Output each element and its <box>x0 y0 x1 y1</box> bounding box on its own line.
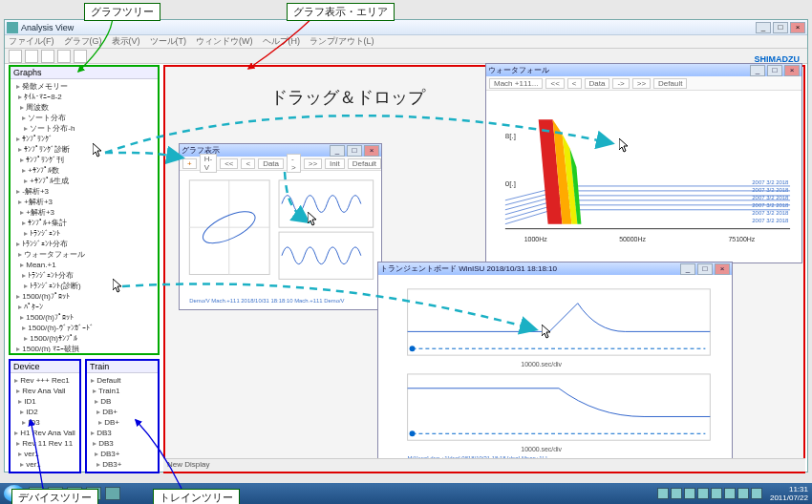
tray-2[interactable] <box>671 488 682 499</box>
tree-item[interactable]: ID1 <box>12 396 77 407</box>
tree-item[interactable]: 1500/(h)ﾌﾟﾛｯﾄ <box>12 312 156 323</box>
tree-item[interactable]: DB+ <box>89 407 156 417</box>
tree-item[interactable]: ver1 <box>12 459 77 470</box>
tree-item[interactable]: ソート分布 <box>12 113 156 123</box>
cw3-min[interactable]: _ <box>680 263 695 275</box>
cw1-btn-default[interactable]: Default <box>348 158 381 169</box>
tb-1[interactable] <box>9 50 22 63</box>
tray-3[interactable] <box>684 488 695 499</box>
tree-item[interactable]: DB+ <box>89 417 156 428</box>
tree-item[interactable]: +解析+3 <box>12 207 156 218</box>
menu-file[interactable]: ファイル(F) <box>9 35 54 48</box>
tree-item[interactable]: ﾄﾗﾝｼﾞｪﾝﾄ(診断) <box>12 281 156 291</box>
device-tree-panel[interactable]: Device Rev +++ Rec1Rev Ana VallID1ID2ID3… <box>9 359 81 473</box>
cw2-rw[interactable]: << <box>545 78 564 89</box>
tree-item[interactable]: 周波数 <box>12 102 156 113</box>
tree-item[interactable]: ﾄﾗﾝｼﾞｪﾝﾄ分布 <box>12 239 156 249</box>
tree-item[interactable]: DB <box>89 396 156 407</box>
device-tree[interactable]: Rev +++ Rec1Rev Ana VallID1ID2ID3H1 Rev … <box>11 373 79 471</box>
menu-window[interactable]: ウィンドウ(W) <box>196 35 253 48</box>
tree-item[interactable]: DB3+ <box>89 459 156 470</box>
tree-item[interactable]: +ｻﾝﾌﾟﾙ生成 <box>12 176 156 186</box>
menubar[interactable]: ファイル(F) グラフ(G) 表示(V) ツール(T) ウィンドウ(W) ヘルプ… <box>5 35 807 49</box>
tree-item[interactable]: 1500/(h)-ｳﾞｧﾝｶﾞｰﾄﾞ <box>12 323 156 333</box>
cw1-btn-plus[interactable]: + <box>182 158 197 169</box>
tree-item[interactable]: ﾄﾗﾝｼﾞｪﾝﾄ <box>12 228 156 239</box>
tree-item[interactable]: Rev 11 Rev 11 <box>12 438 77 449</box>
tree-item[interactable]: 発散メモリー <box>12 81 156 92</box>
tree-item[interactable]: ｻﾝﾌﾟﾘﾝｸﾞ刊 <box>12 155 156 165</box>
tree-item[interactable]: ｻﾝﾌﾟﾘﾝｸﾞ <box>12 134 156 144</box>
menu-help[interactable]: ヘルプ(H) <box>263 35 301 48</box>
cw1-min[interactable]: _ <box>330 145 345 157</box>
cw3-max[interactable]: □ <box>697 263 713 275</box>
cw3-close[interactable]: × <box>715 263 730 275</box>
chart-window-1[interactable]: グラフ表示 _□× + H-V << < Data -> >> Init Def… <box>179 143 382 310</box>
cw1-btn-back[interactable]: < <box>241 158 255 169</box>
menu-lamp[interactable]: ランプ/アウト(L) <box>310 35 374 48</box>
tb-5[interactable] <box>74 50 87 63</box>
tree-item[interactable]: DB3 <box>89 438 156 449</box>
graph-tree[interactable]: 発散メモリーﾀｲﾑ･ﾏﾆｰ8-2周波数ソート分布ソート分布-hｻﾝﾌﾟﾘﾝｸﾞｻ… <box>11 79 158 352</box>
tree-item[interactable]: Rev +++ Rec1 <box>12 375 77 386</box>
tb-2[interactable] <box>25 50 38 63</box>
cw2-default[interactable]: Default <box>653 78 687 89</box>
cw1-close[interactable]: × <box>364 145 379 157</box>
minimize-button[interactable]: _ <box>756 22 771 33</box>
menu-tool[interactable]: ツール(T) <box>150 35 187 48</box>
tree-item[interactable]: Train1 <box>89 386 156 396</box>
close-button[interactable]: × <box>790 22 805 33</box>
cw2-ff[interactable]: >> <box>632 78 651 89</box>
tree-item[interactable]: ID3 <box>12 417 77 428</box>
tree-item[interactable]: ver1 <box>12 470 77 471</box>
cw2-lbl[interactable]: Mach +111... <box>489 78 543 89</box>
train-tree[interactable]: DefaultTrain1DBDB+DB+DB3DB3DB3+DB3+ <box>87 373 158 471</box>
tree-item[interactable]: ｻﾝﾌﾟﾘﾝｸﾞ診断 <box>12 144 156 155</box>
cw2-data[interactable]: Data <box>585 78 610 89</box>
tree-item[interactable]: +ｻﾝﾌﾟﾙ数 <box>12 165 156 176</box>
tree-item[interactable]: Default <box>89 375 156 386</box>
taskbar-icon-5[interactable] <box>105 487 120 500</box>
cw1-btn-ff[interactable]: >> <box>304 158 322 169</box>
tree-item[interactable]: Rev Ana Vall <box>12 386 77 396</box>
chart-window-2[interactable]: ウォータフォール _□× Mach +111... << < Data -> >… <box>485 63 802 263</box>
tab-strip[interactable]: New Display <box>163 458 805 472</box>
tree-item[interactable]: DB3 <box>89 428 156 438</box>
cw2-close[interactable]: × <box>784 65 800 76</box>
cw1-btn-rw[interactable]: << <box>220 158 238 169</box>
tree-item[interactable]: ｻﾝﾌﾟﾙ+集計 <box>12 218 156 228</box>
cw2-back[interactable]: < <box>567 78 582 89</box>
maximize-button[interactable]: □ <box>773 22 788 33</box>
cw1-btn-init[interactable]: Init <box>325 158 345 169</box>
tray-7[interactable] <box>737 488 749 499</box>
chart-window-3[interactable]: トランジェントボード WinISU 2018/10/31 18:18:10 _□… <box>377 262 733 462</box>
tree-item[interactable]: H1 Rev Ana Vall <box>12 428 77 438</box>
graph-display-area[interactable]: ドラッグ＆ドロップ グラフ表示 _□× + H-V << < Data -> >… <box>163 65 805 473</box>
train-tree-panel[interactable]: Train DefaultTrain1DBDB+DB+DB3DB3DB3+DB3… <box>85 359 160 473</box>
menu-view[interactable]: 表示(V) <box>112 35 140 48</box>
tree-item[interactable]: ﾄﾗﾝｼﾞｪﾝﾄ分布 <box>12 270 156 281</box>
tray-1[interactable] <box>657 488 669 499</box>
clock[interactable]: 11:31 2011/07/22 <box>770 485 808 502</box>
cw2-min[interactable]: _ <box>750 65 765 76</box>
tray-8[interactable] <box>751 488 762 499</box>
titlebar[interactable]: Analysis View _ □ × <box>5 20 807 35</box>
tree-item[interactable]: 1500/(h)ﾌﾟﾛｯﾄ <box>12 291 156 302</box>
tree-item[interactable]: -解析+3 <box>12 186 156 197</box>
tree-item[interactable]: DB3+ <box>89 449 156 459</box>
tree-item[interactable]: ソート分布-h <box>12 123 156 134</box>
tray-4[interactable] <box>697 488 709 499</box>
tree-item[interactable]: ID2 <box>12 407 77 417</box>
graph-tree-panel[interactable]: Graphs 発散メモリーﾀｲﾑ･ﾏﾆｰ8-2周波数ソート分布ソート分布-hｻﾝ… <box>9 65 160 355</box>
cw1-max[interactable]: □ <box>347 145 362 157</box>
tree-item[interactable]: Mean.+1 <box>12 260 156 270</box>
tree-item[interactable]: 1500/(h)ｻﾝﾌﾟﾙ <box>12 333 156 344</box>
cw2-fwd[interactable]: -> <box>612 78 629 89</box>
tb-3[interactable] <box>41 50 54 63</box>
system-tray[interactable]: 11:31 2011/07/22 <box>657 485 808 502</box>
tab-new-display[interactable]: New Display <box>167 460 209 469</box>
tree-item[interactable]: ﾀｲﾑ･ﾏﾆｰ8-2 <box>12 92 156 102</box>
cw1-btn-fwd[interactable]: -> <box>287 154 301 173</box>
tree-item[interactable]: ﾊﾟﾀｰﾝ <box>12 302 156 312</box>
tree-item[interactable]: ver1 <box>12 449 77 459</box>
